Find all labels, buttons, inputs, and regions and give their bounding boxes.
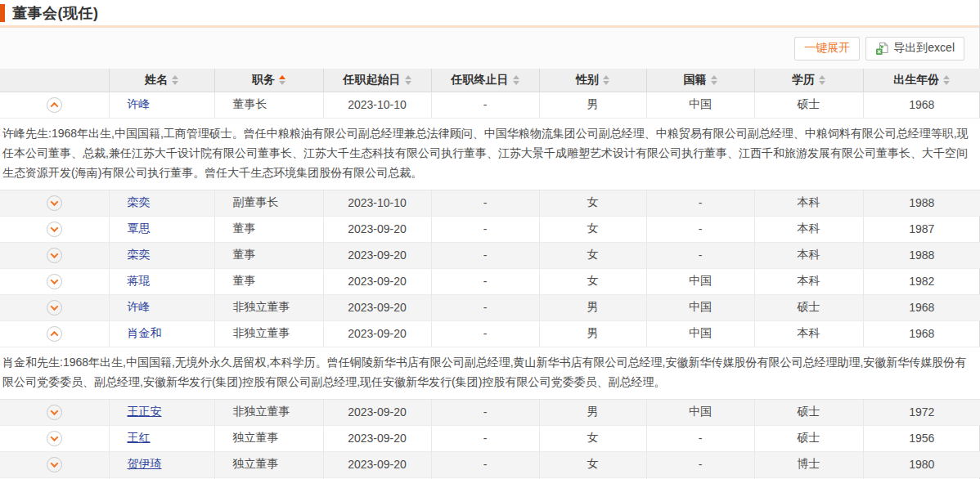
expand-all-button[interactable]: 一键展开 bbox=[794, 37, 860, 60]
cell-gender: 女 bbox=[539, 242, 646, 268]
cell-position: 独立董事 bbox=[214, 451, 323, 477]
director-name-link[interactable]: 王红 bbox=[128, 431, 151, 444]
column-header-name[interactable]: 姓名 bbox=[109, 69, 214, 92]
cell-gender: 女 bbox=[539, 268, 646, 294]
column-header-position[interactable]: 职务 bbox=[214, 69, 323, 92]
sort-arrows-icon[interactable] bbox=[943, 75, 950, 85]
table-row: 栾奕副董事长2023-10-10-女-本科1988 bbox=[0, 190, 980, 216]
cell-name: 许峰 bbox=[109, 92, 214, 118]
chevron-down-circle-icon[interactable] bbox=[47, 248, 62, 263]
chevron-down-circle-icon[interactable] bbox=[47, 222, 62, 237]
cell-position: 非独立董事 bbox=[214, 399, 323, 425]
table-row: 王正安非独立董事2023-09-20-男中国硕士1972 bbox=[0, 399, 980, 425]
cell-name: 蒋琨 bbox=[109, 268, 214, 294]
column-header-education[interactable]: 学历 bbox=[754, 69, 863, 92]
table-head: 姓名职务任职起始日任职终止日性别国籍学历出生年份 bbox=[0, 69, 980, 92]
column-header-nationality[interactable]: 国籍 bbox=[646, 69, 754, 92]
page-title: 董事会(现任) bbox=[12, 3, 99, 23]
director-name-link[interactable]: 栾奕 bbox=[128, 195, 151, 208]
cell-position: 独立董事 bbox=[214, 425, 323, 451]
cell-position: 非独立董事 bbox=[214, 320, 323, 347]
table-row: 许峰董事长2023-10-10-男中国硕士1968 bbox=[0, 92, 980, 118]
cell-start_date: 2023-09-20 bbox=[323, 294, 431, 320]
column-header-label: 性别 bbox=[576, 73, 599, 86]
cell-birth_year: 1972 bbox=[863, 399, 980, 425]
cell-end_date: - bbox=[431, 216, 539, 242]
cell-start_date: 2023-09-20 bbox=[323, 320, 431, 347]
cell-education: 本科 bbox=[754, 320, 863, 347]
chevron-down-circle-icon[interactable] bbox=[47, 405, 62, 420]
cell-nationality: 中国 bbox=[646, 294, 754, 320]
title-accent-bar bbox=[0, 4, 5, 22]
export-excel-button[interactable]: 导出到excel bbox=[865, 37, 964, 60]
column-header-expand bbox=[0, 69, 109, 92]
bio-row: 肖金和先生:1968年出生,中国国籍,无境外永久居留权,本科学历。曾任铜陵新华书… bbox=[0, 347, 980, 399]
sort-arrows-icon[interactable] bbox=[172, 75, 178, 85]
table-body: 许峰董事长2023-10-10-男中国硕士1968许峰先生:1968年出生,中国… bbox=[0, 92, 980, 479]
cell-education: 博士 bbox=[754, 451, 863, 477]
column-header-gender[interactable]: 性别 bbox=[539, 69, 646, 92]
sort-arrows-icon[interactable] bbox=[603, 75, 609, 85]
sort-arrows-icon[interactable] bbox=[711, 75, 717, 85]
cell-start_date: 2023-09-20 bbox=[323, 425, 431, 451]
cell-position: 董事 bbox=[214, 216, 323, 242]
column-header-label: 出生年份 bbox=[893, 73, 939, 86]
column-header-start_date[interactable]: 任职起始日 bbox=[323, 69, 431, 92]
chevron-down-circle-icon[interactable] bbox=[47, 457, 62, 472]
cell-birth_year: 1980 bbox=[863, 451, 980, 477]
director-name-link[interactable]: 贺伊琦 bbox=[128, 457, 162, 470]
cell-position: 非独立董事 bbox=[214, 294, 323, 320]
sort-arrows-icon[interactable] bbox=[513, 75, 519, 85]
cell-nationality: - bbox=[646, 425, 754, 451]
cell-end_date: - bbox=[431, 399, 539, 425]
section-header: 董事会(现任) bbox=[0, 0, 979, 25]
chevron-up-circle-icon[interactable] bbox=[47, 97, 62, 113]
cell-birth_year: 1988 bbox=[863, 242, 980, 268]
toolbar: 一键展开 导出到excel bbox=[0, 28, 979, 69]
cell-start_date: 2023-09-20 bbox=[323, 451, 431, 477]
director-name-link[interactable]: 肖金和 bbox=[128, 326, 162, 339]
cell-position: 董事 bbox=[214, 242, 323, 268]
director-name-link[interactable]: 栾奕 bbox=[128, 248, 151, 261]
director-name-link[interactable]: 蒋琨 bbox=[128, 274, 151, 287]
director-name-link[interactable]: 覃思 bbox=[128, 222, 151, 235]
cell-end_date: - bbox=[431, 425, 539, 451]
table-row: 栾奕董事2023-09-20-女-本科1988 bbox=[0, 242, 980, 268]
board-of-directors-panel: 董事会(现任) 一键展开 导出到excel 姓名职务任职起始日任职终 bbox=[0, 0, 980, 479]
cell-nationality: 中国 bbox=[646, 92, 754, 118]
cell-gender: 女 bbox=[539, 216, 646, 242]
cell-education: 本科 bbox=[754, 216, 863, 242]
cell-nationality: - bbox=[646, 190, 754, 216]
cell-name: 贺伊琦 bbox=[109, 451, 214, 477]
chevron-down-circle-icon[interactable] bbox=[47, 431, 62, 446]
director-name-link[interactable]: 王正安 bbox=[128, 405, 162, 418]
cell-nationality: - bbox=[646, 451, 754, 477]
sort-arrows-icon[interactable] bbox=[279, 75, 285, 85]
cell-birth_year: 1982 bbox=[863, 268, 980, 294]
chevron-down-circle-icon[interactable] bbox=[47, 274, 62, 289]
chevron-down-circle-icon[interactable] bbox=[47, 300, 62, 316]
table-row: 蒋琨董事2023-09-20-女中国本科1982 bbox=[0, 268, 980, 294]
cell-education: 硕士 bbox=[754, 294, 863, 320]
sort-arrows-icon[interactable] bbox=[405, 75, 411, 85]
sort-arrows-icon[interactable] bbox=[819, 75, 825, 85]
cell-gender: 女 bbox=[539, 451, 646, 477]
cell-start_date: 2023-09-20 bbox=[323, 216, 431, 242]
cell-start_date: 2023-10-10 bbox=[323, 92, 431, 118]
cell-gender: 男 bbox=[539, 294, 646, 320]
cell-end_date: - bbox=[431, 190, 539, 216]
director-name-link[interactable]: 许峰 bbox=[128, 300, 151, 313]
chevron-up-circle-icon[interactable] bbox=[47, 326, 62, 342]
column-header-label: 任职起始日 bbox=[344, 73, 401, 86]
cell-name: 覃思 bbox=[109, 216, 214, 242]
cell-gender: 女 bbox=[539, 425, 646, 451]
expand-cell bbox=[0, 190, 109, 216]
cell-birth_year: 1987 bbox=[863, 216, 980, 242]
column-header-birth_year[interactable]: 出生年份 bbox=[863, 69, 980, 92]
director-name-link[interactable]: 许峰 bbox=[128, 97, 151, 110]
chevron-down-circle-icon[interactable] bbox=[47, 195, 62, 211]
column-header-end_date[interactable]: 任职终止日 bbox=[431, 69, 539, 92]
cell-start_date: 2023-09-20 bbox=[323, 242, 431, 268]
cell-end_date: - bbox=[431, 92, 539, 118]
cell-end_date: - bbox=[431, 451, 539, 477]
